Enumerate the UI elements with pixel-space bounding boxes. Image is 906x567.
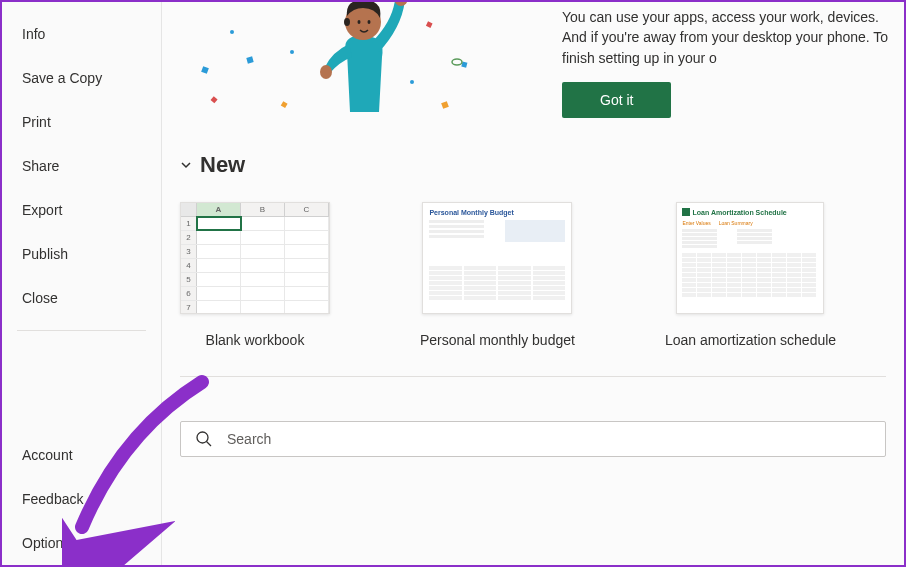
new-section-header[interactable]: New [180,152,886,178]
got-it-button[interactable]: Got it [562,82,671,118]
template-personal-monthly-budget[interactable]: Personal Monthly Budget [420,202,575,348]
sidebar-item-publish[interactable]: Publish [2,232,161,276]
sidebar-item-share[interactable]: Share [2,144,161,188]
search-icon [195,430,213,448]
svg-rect-5 [441,101,449,109]
sidebar-item-feedback[interactable]: Feedback [2,477,161,521]
template-label: Loan amortization schedule [665,332,836,348]
banner-illustration [162,2,562,122]
sidebar-item-save-a-copy[interactable]: Save a Copy [2,56,161,100]
sidebar: Info Save a Copy Print Share Export Publ… [2,2,162,565]
svg-rect-2 [246,56,253,63]
svg-rect-3 [281,101,288,108]
section-title: New [200,152,245,178]
svg-rect-0 [201,66,209,74]
svg-point-7 [290,50,294,54]
template-blank-workbook[interactable]: A B C 1 2 3 4 5 6 7 B [180,202,330,348]
sidebar-item-account[interactable]: Account [2,433,161,477]
chevron-down-icon [180,159,192,171]
sidebar-item-close[interactable]: Close [2,276,161,320]
search-box[interactable] [180,421,886,457]
svg-point-12 [320,65,332,79]
sidebar-item-options[interactable]: Options [2,521,161,565]
template-thumb: A B C 1 2 3 4 5 6 7 [180,202,330,314]
svg-point-17 [197,432,208,443]
search-input[interactable] [227,431,871,447]
sidebar-divider [17,330,146,331]
svg-line-18 [207,442,212,447]
search-container [162,377,904,457]
svg-point-15 [358,20,361,24]
svg-point-8 [410,80,414,84]
svg-point-10 [452,59,462,65]
svg-point-14 [344,18,350,26]
template-list: A B C 1 2 3 4 5 6 7 B [180,202,886,348]
banner-text: You can use your apps, access your work,… [562,7,894,68]
sidebar-item-print[interactable]: Print [2,100,161,144]
template-thumb: Personal Monthly Budget [422,202,572,314]
welcome-banner: You can use your apps, access your work,… [162,2,904,152]
sidebar-item-info[interactable]: Info [2,12,161,56]
new-section: New A B C 1 2 [162,152,904,348]
template-loan-amortization[interactable]: Loan Amortization Schedule Enter ValuesL… [665,202,836,348]
svg-rect-1 [211,96,218,103]
template-thumb: Loan Amortization Schedule Enter ValuesL… [676,202,824,314]
template-label: Blank workbook [206,332,305,348]
svg-point-16 [368,20,371,24]
svg-point-9 [230,30,234,34]
sidebar-item-export[interactable]: Export [2,188,161,232]
svg-rect-4 [426,21,433,28]
main-content: You can use your apps, access your work,… [162,2,904,565]
template-label: Personal monthly budget [420,332,575,348]
